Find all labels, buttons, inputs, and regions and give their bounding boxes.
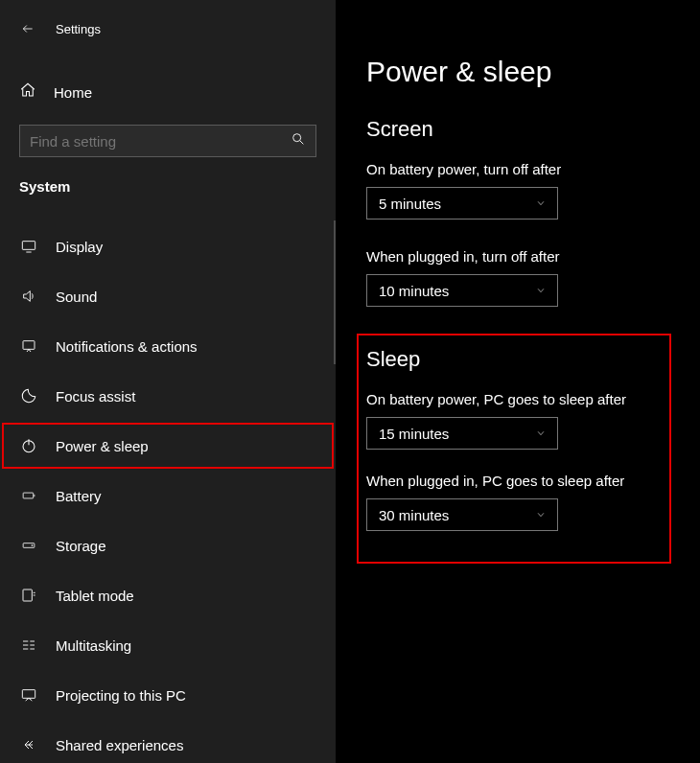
- svg-point-6: [32, 544, 33, 545]
- display-icon: [19, 239, 38, 254]
- chevron-down-icon: [534, 428, 548, 438]
- nav-label: Sound: [56, 289, 97, 305]
- nav-label: Display: [56, 239, 103, 255]
- sleep-plugged-dropdown[interactable]: 30 minutes: [366, 498, 558, 531]
- nav-list: Display Sound Notifications & actions Fo…: [0, 221, 336, 763]
- back-arrow-icon[interactable]: [19, 22, 36, 35]
- search-input[interactable]: [30, 133, 279, 150]
- nav-item-display[interactable]: Display: [0, 221, 336, 271]
- nav-item-power-sleep[interactable]: Power & sleep: [0, 421, 336, 471]
- nav-label: Notifications & actions: [56, 338, 198, 355]
- home-icon: [19, 81, 36, 103]
- screen-plugged-label: When plugged in, turn off after: [366, 248, 669, 265]
- tablet-icon: [19, 588, 38, 603]
- nav-item-sound[interactable]: Sound: [0, 271, 336, 321]
- nav-item-multitasking[interactable]: Multitasking: [0, 620, 336, 670]
- power-icon: [19, 437, 38, 454]
- scrollbar[interactable]: [334, 220, 336, 364]
- projecting-icon: [19, 687, 38, 703]
- screen-plugged-dropdown[interactable]: 10 minutes: [366, 274, 558, 307]
- battery-icon: [19, 489, 38, 502]
- nav-item-shared-experiences[interactable]: Shared experiences: [0, 720, 336, 763]
- sleep-heading: Sleep: [366, 347, 656, 372]
- multitasking-icon: [19, 637, 38, 653]
- svg-rect-8: [22, 690, 35, 699]
- app-title: Settings: [56, 22, 101, 36]
- focus-assist-icon: [19, 387, 38, 405]
- home-link[interactable]: Home: [0, 73, 336, 111]
- home-label: Home: [54, 84, 92, 101]
- svg-rect-2: [23, 341, 35, 350]
- search-container: [0, 125, 336, 157]
- storage-icon: [19, 539, 38, 552]
- sound-icon: [19, 289, 38, 304]
- chevron-down-icon: [534, 510, 548, 520]
- svg-rect-1: [22, 242, 35, 250]
- nav-label: Battery: [56, 488, 102, 504]
- search-icon: [291, 131, 306, 150]
- nav-item-tablet-mode[interactable]: Tablet mode: [0, 570, 336, 620]
- sleep-battery-label: On battery power, PC goes to sleep after: [366, 391, 656, 407]
- nav-label: Storage: [56, 538, 106, 554]
- chevron-down-icon: [534, 286, 548, 295]
- svg-point-0: [293, 134, 301, 142]
- svg-rect-7: [23, 590, 32, 601]
- settings-sidebar: Settings Home System Display Sound Notif…: [0, 0, 336, 763]
- nav-label: Shared experiences: [56, 737, 183, 753]
- screen-battery-label: On battery power, turn off after: [366, 161, 669, 177]
- nav-label: Projecting to this PC: [56, 687, 186, 704]
- dropdown-value: 30 minutes: [379, 507, 449, 523]
- sleep-plugged-label: When plugged in, PC goes to sleep after: [366, 473, 656, 489]
- nav-item-projecting[interactable]: Projecting to this PC: [0, 670, 336, 720]
- notifications-icon: [19, 338, 38, 354]
- content-pane: Power & sleep Screen On battery power, t…: [336, 0, 700, 763]
- screen-heading: Screen: [366, 117, 669, 142]
- dropdown-value: 5 minutes: [379, 196, 441, 212]
- nav-item-storage[interactable]: Storage: [0, 520, 336, 570]
- nav-label: Multitasking: [56, 637, 131, 654]
- sleep-section: Sleep On battery power, PC goes to sleep…: [359, 335, 669, 562]
- nav-item-focus-assist[interactable]: Focus assist: [0, 371, 336, 421]
- nav-label: Tablet mode: [56, 588, 134, 604]
- screen-battery-dropdown[interactable]: 5 minutes: [366, 187, 558, 220]
- nav-item-battery[interactable]: Battery: [0, 471, 336, 520]
- nav-item-notifications[interactable]: Notifications & actions: [0, 321, 336, 371]
- dropdown-value: 15 minutes: [379, 426, 449, 442]
- nav-label: Power & sleep: [56, 438, 149, 454]
- category-heading: System: [0, 178, 336, 195]
- chevron-down-icon: [534, 198, 548, 208]
- header: Settings: [0, 13, 336, 44]
- nav-label: Focus assist: [56, 388, 135, 405]
- svg-rect-4: [23, 493, 34, 498]
- dropdown-value: 10 minutes: [379, 283, 449, 299]
- page-title: Power & sleep: [366, 56, 669, 88]
- shared-icon: [19, 737, 38, 752]
- search-box[interactable]: [19, 125, 316, 157]
- sleep-battery-dropdown[interactable]: 15 minutes: [366, 417, 558, 450]
